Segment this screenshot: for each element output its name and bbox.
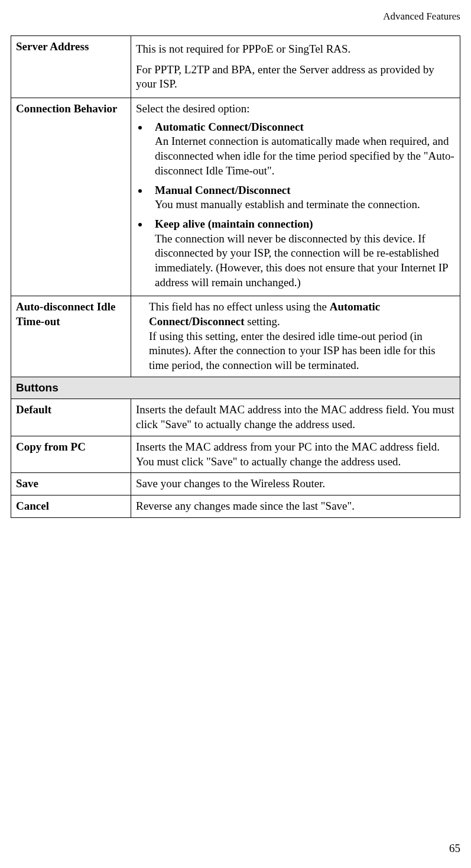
row-save: Save Save your changes to the Wireless R…: [11, 473, 460, 495]
page-header: Advanced Features: [383, 11, 460, 22]
label-default: Default: [11, 399, 131, 436]
label-auto-disconnect: Auto-disconnect Idle Time-out: [11, 296, 131, 377]
options-list: Automatic Connect/Disconnect An Internet…: [136, 120, 455, 290]
section-header-buttons: Buttons: [11, 377, 460, 399]
text-line: Select the desired option:: [136, 102, 455, 116]
option-title: Manual Connect/Disconnect: [155, 184, 291, 196]
text-fragment: This field has no effect unless using th…: [149, 300, 330, 313]
page-number: 65: [449, 842, 460, 855]
option-body: An Internet connection is automatically …: [155, 135, 454, 176]
row-copy-from-pc: Copy from PC Inserts the MAC address fro…: [11, 436, 460, 472]
label-save: Save: [11, 473, 131, 495]
section-header-label: Buttons: [11, 377, 460, 399]
settings-table: Server Address This is not required for …: [11, 35, 460, 518]
row-cancel: Cancel Reverse any changes made since th…: [11, 495, 460, 517]
label-server-address: Server Address: [11, 36, 131, 98]
text-fragment: setting.: [244, 315, 280, 328]
option-item: Keep alive (maintain connection) The con…: [149, 217, 455, 290]
desc-save: Save your changes to the Wireless Router…: [131, 473, 460, 495]
option-title: Keep alive (maintain connection): [155, 218, 313, 230]
desc-cancel: Reverse any changes made since the last …: [131, 495, 460, 517]
desc-default: Inserts the default MAC address into the…: [131, 399, 460, 436]
label-cancel: Cancel: [11, 495, 131, 517]
text-line: This is not required for PPPoE or SingTe…: [136, 42, 455, 57]
row-connection-behavior: Connection Behavior Select the desired o…: [11, 98, 460, 296]
desc-connection-behavior: Select the desired option: Automatic Con…: [131, 98, 460, 296]
content-area: Server Address This is not required for …: [11, 35, 460, 518]
desc-auto-disconnect: This field has no effect unless using th…: [131, 296, 460, 377]
label-connection-behavior: Connection Behavior: [11, 98, 131, 296]
option-body: You must manually establish and terminat…: [155, 198, 420, 210]
text-fragment: If using this setting, enter the desired…: [149, 330, 436, 371]
row-server-address: Server Address This is not required for …: [11, 36, 460, 98]
label-copy-from-pc: Copy from PC: [11, 436, 131, 472]
option-body: The connection will never be disconnecte…: [155, 232, 448, 289]
text-line: For PPTP, L2TP and BPA, enter the Server…: [136, 63, 455, 92]
desc-server-address: This is not required for PPPoE or SingTe…: [131, 36, 460, 98]
desc-copy-from-pc: Inserts the MAC address from your PC int…: [131, 436, 460, 472]
text-block: This field has no effect unless using th…: [136, 300, 455, 373]
row-auto-disconnect: Auto-disconnect Idle Time-out This field…: [11, 296, 460, 377]
option-item: Automatic Connect/Disconnect An Internet…: [149, 120, 455, 179]
option-title: Automatic Connect/Disconnect: [155, 121, 304, 133]
row-default: Default Inserts the default MAC address …: [11, 399, 460, 436]
option-item: Manual Connect/Disconnect You must manua…: [149, 183, 455, 212]
